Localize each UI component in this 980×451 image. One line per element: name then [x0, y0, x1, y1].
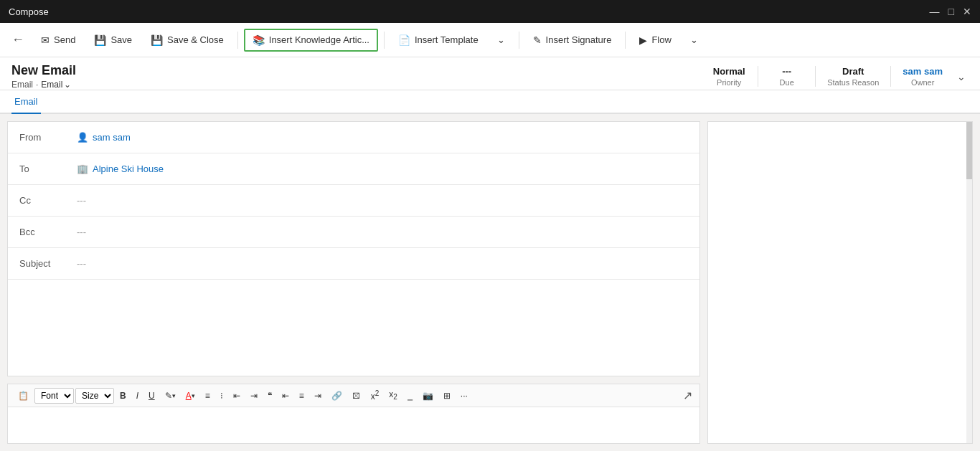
- hr-icon: ⎯: [407, 391, 413, 401]
- ordered-list-button[interactable]: ≡: [201, 389, 215, 403]
- flow-chevron-icon: ⌄: [690, 34, 698, 45]
- highlight-icon: ✎: [165, 391, 172, 401]
- more-options-button[interactable]: ···: [456, 389, 472, 403]
- size-select[interactable]: Size: [75, 388, 114, 404]
- indent-icon: ⇥: [250, 391, 258, 401]
- align-left-button[interactable]: ⇤: [278, 389, 293, 403]
- header-expand-chevron-icon[interactable]: ⌄: [954, 68, 969, 85]
- align-center-button[interactable]: ≡: [295, 389, 308, 403]
- restore-button[interactable]: □: [948, 6, 954, 17]
- save-label: Save: [110, 34, 132, 45]
- insert-link-button[interactable]: 🔗: [327, 389, 347, 403]
- source-icon: ⊞: [443, 391, 451, 401]
- subscript-icon: x2: [389, 389, 397, 401]
- subject-value[interactable]: ---: [77, 258, 86, 269]
- save-close-button[interactable]: 💾 Save & Close: [143, 29, 232, 51]
- outdent-button[interactable]: ⇤: [229, 389, 245, 403]
- scrollbar-thumb[interactable]: [966, 122, 972, 179]
- email-editor: ↗ 📋 Font Size B: [7, 384, 700, 444]
- to-label: To: [19, 163, 77, 174]
- header-right: Normal Priority --- Due Draft Status Rea…: [700, 63, 969, 87]
- paste-icon-button[interactable]: 📋: [14, 389, 33, 403]
- minimize-button[interactable]: —: [930, 6, 940, 17]
- record-header: New Email Email · Email ⌄ Normal Priorit…: [0, 57, 980, 90]
- cc-value[interactable]: ---: [77, 195, 86, 206]
- flow-dropdown-button[interactable]: ⌄: [682, 29, 706, 50]
- editor-toolbar: 📋 Font Size B I: [8, 384, 699, 407]
- send-button[interactable]: ✉ Send: [33, 29, 83, 51]
- status-field: Draft Status Reason: [815, 66, 890, 87]
- subtitle-email2: Email: [41, 80, 62, 90]
- font-color-button[interactable]: A▾: [182, 389, 199, 403]
- signature-icon: ✎: [533, 34, 542, 46]
- send-label: Send: [54, 34, 75, 45]
- insert-signature-label: Insert Signature: [546, 34, 612, 45]
- superscript-button[interactable]: x2: [367, 387, 384, 404]
- font-select[interactable]: Font: [34, 388, 74, 404]
- window-controls[interactable]: — □ ✕: [930, 6, 971, 17]
- to-value[interactable]: 🏢 Alpine Ski House: [77, 163, 164, 174]
- underline-button[interactable]: U: [144, 389, 159, 403]
- align-left-icon: ⇤: [282, 391, 289, 401]
- remove-link-button[interactable]: ⛝: [348, 389, 365, 403]
- priority-label: Priority: [717, 78, 741, 87]
- source-button[interactable]: ⊞: [439, 389, 455, 403]
- flow-icon: ▶: [639, 34, 647, 46]
- indent-button[interactable]: ⇥: [246, 389, 262, 403]
- unordered-list-button[interactable]: ⁝: [216, 389, 227, 403]
- bcc-label: Bcc: [19, 227, 77, 237]
- flow-label: Flow: [651, 34, 671, 45]
- separator-1: [237, 32, 238, 49]
- tab-navigation: Email: [0, 90, 980, 114]
- owner-field[interactable]: sam sam Owner: [890, 66, 954, 87]
- subject-field: Subject ---: [8, 248, 699, 280]
- template-dropdown-button[interactable]: ⌄: [489, 29, 513, 50]
- tab-email[interactable]: Email: [11, 90, 41, 114]
- horizontal-rule-button[interactable]: ⎯: [403, 389, 417, 403]
- align-right-button[interactable]: ⇥: [310, 389, 326, 403]
- bold-icon: B: [120, 391, 126, 401]
- flow-button[interactable]: ▶ Flow: [631, 29, 679, 51]
- subject-label: Subject: [19, 258, 77, 269]
- title-bar: Compose — □ ✕: [0, 0, 980, 23]
- insert-template-button[interactable]: 📄 Insert Template: [390, 29, 486, 51]
- to-account-icon: 🏢: [77, 163, 88, 174]
- cc-label: Cc: [19, 195, 77, 206]
- insert-template-label: Insert Template: [415, 34, 479, 45]
- close-button[interactable]: ✕: [963, 6, 971, 17]
- separator-3: [519, 32, 519, 49]
- insert-link-icon: 🔗: [331, 391, 342, 401]
- template-icon: 📄: [398, 34, 410, 46]
- save-button[interactable]: 💾 Save: [86, 29, 140, 51]
- from-label: From: [19, 132, 77, 143]
- ordered-list-icon: ≡: [205, 391, 210, 401]
- knowledge-icon: 📚: [253, 34, 265, 46]
- status-value: Draft: [842, 66, 864, 77]
- header-left: New Email Email · Email ⌄: [11, 63, 76, 90]
- bcc-value[interactable]: ---: [77, 227, 86, 237]
- unordered-list-icon: ⁝: [220, 391, 223, 401]
- from-value-text: sam sam: [93, 132, 131, 143]
- insert-image-button[interactable]: 📷: [418, 389, 438, 403]
- subscript-button[interactable]: x2: [385, 387, 402, 403]
- content-area: From 👤 sam sam To 🏢 Alpine Ski House: [0, 114, 980, 451]
- app-title: Compose: [9, 6, 49, 17]
- bold-button[interactable]: B: [116, 389, 131, 403]
- insert-knowledge-button[interactable]: 📚 Insert Knowledge Artic...: [244, 29, 378, 52]
- subtitle-email2-dropdown[interactable]: Email ⌄: [41, 80, 71, 90]
- tab-email-label: Email: [14, 96, 38, 107]
- editor-body[interactable]: [8, 407, 699, 443]
- save-icon: 💾: [94, 34, 106, 46]
- highlight-button[interactable]: ✎▾: [161, 389, 180, 403]
- editor-expand-button[interactable]: ↗: [683, 389, 692, 402]
- superscript-icon: x2: [371, 389, 380, 402]
- insert-signature-button[interactable]: ✎ Insert Signature: [525, 29, 620, 51]
- blockquote-button[interactable]: ❝: [263, 389, 276, 403]
- subtitle-dot: ·: [36, 80, 38, 90]
- from-value[interactable]: 👤 sam sam: [77, 132, 131, 143]
- subtitle-chevron-icon: ⌄: [64, 80, 71, 90]
- insert-knowledge-label: Insert Knowledge Artic...: [269, 34, 369, 45]
- back-button[interactable]: ←: [6, 29, 30, 50]
- italic-button[interactable]: I: [132, 389, 143, 403]
- underline-icon: U: [149, 391, 155, 401]
